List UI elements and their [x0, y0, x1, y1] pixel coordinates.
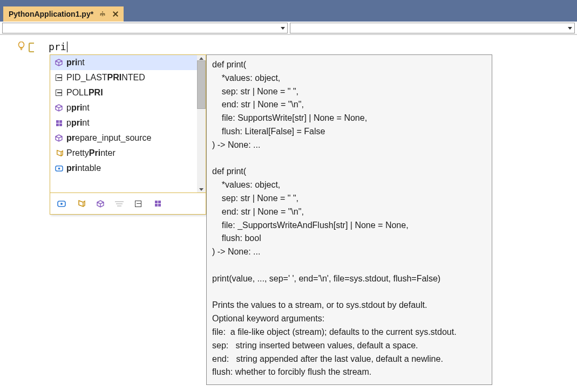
intellisense-item[interactable]: pprint — [50, 115, 206, 130]
filter-snippets-icon[interactable] — [115, 199, 124, 209]
lightbulb-icon[interactable] — [17, 42, 25, 53]
window-titlebar — [0, 0, 577, 5]
module-icon — [55, 119, 63, 127]
cube-icon — [55, 104, 63, 112]
close-icon[interactable] — [112, 10, 119, 18]
editor-area[interactable]: pri printPID_LASTPRINTEDPOLLPRIpprintppr… — [0, 35, 577, 392]
intellisense-item-label: POLLPRI — [66, 88, 103, 98]
svg-point-5 — [60, 203, 63, 205]
filter-modules-icon[interactable] — [153, 199, 162, 209]
intellisense-filter-bar — [50, 192, 206, 214]
intellisense-item[interactable]: prepare_input_source — [50, 130, 206, 146]
interface-icon — [55, 164, 63, 173]
filter-classes-icon[interactable] — [76, 199, 86, 209]
intellisense-item-label: pprint — [66, 118, 90, 128]
filter-constants-icon[interactable] — [133, 199, 143, 209]
intellisense-popup[interactable]: printPID_LASTPRINTEDPOLLPRIpprintpprintp… — [50, 54, 206, 215]
gutter-icons — [17, 42, 34, 53]
svg-point-3 — [58, 167, 60, 169]
svg-point-0 — [102, 11, 103, 12]
scope-dropdown[interactable] — [2, 23, 288, 33]
intellisense-item-label: PrettyPrinter — [66, 148, 116, 158]
member-dropdown[interactable] — [290, 23, 575, 33]
intellisense-item[interactable]: PID_LASTPRINTED — [50, 70, 206, 85]
intellisense-item-label: printable — [66, 163, 101, 173]
cube-icon — [55, 134, 63, 142]
scrollbar-thumb[interactable] — [197, 60, 206, 109]
cube-icon — [55, 58, 63, 67]
scroll-down-icon[interactable] — [197, 186, 206, 192]
const-icon — [55, 88, 63, 97]
intellisense-list[interactable]: printPID_LASTPRINTEDPOLLPRIpprintpprintp… — [50, 55, 206, 192]
intellisense-item-label: PID_LASTPRINTED — [66, 73, 145, 82]
const-icon — [55, 73, 63, 82]
intellisense-item[interactable]: POLLPRI — [50, 85, 206, 100]
intellisense-item[interactable]: pprint — [50, 100, 206, 115]
bracket-icon — [29, 43, 34, 52]
intellisense-item-label: prepare_input_source — [66, 133, 151, 143]
filter-methods-icon[interactable] — [96, 199, 105, 209]
navigation-dropdown-row — [0, 22, 577, 35]
scrollbar[interactable] — [197, 55, 206, 192]
intellisense-item[interactable]: print — [50, 55, 206, 70]
pin-icon[interactable] — [99, 10, 106, 18]
tab-active[interactable]: PythonApplication1.py* — [3, 6, 124, 22]
svg-point-1 — [19, 42, 24, 48]
code-text: pri — [49, 41, 67, 52]
intellisense-item-label: print — [66, 58, 85, 67]
signature-tooltip: def print( *values: object, sep: str | N… — [206, 54, 492, 385]
text-cursor — [67, 42, 67, 52]
tab-title: PythonApplication1.py* — [9, 10, 93, 18]
filter-interfaces-icon[interactable] — [57, 199, 66, 209]
intellisense-item[interactable]: printable — [50, 161, 206, 176]
tab-bar: PythonApplication1.py* — [0, 5, 577, 22]
intellisense-item[interactable]: PrettyPrinter — [50, 146, 206, 161]
class-yellow-icon — [55, 149, 63, 157]
intellisense-item-label: pprint — [66, 103, 90, 113]
